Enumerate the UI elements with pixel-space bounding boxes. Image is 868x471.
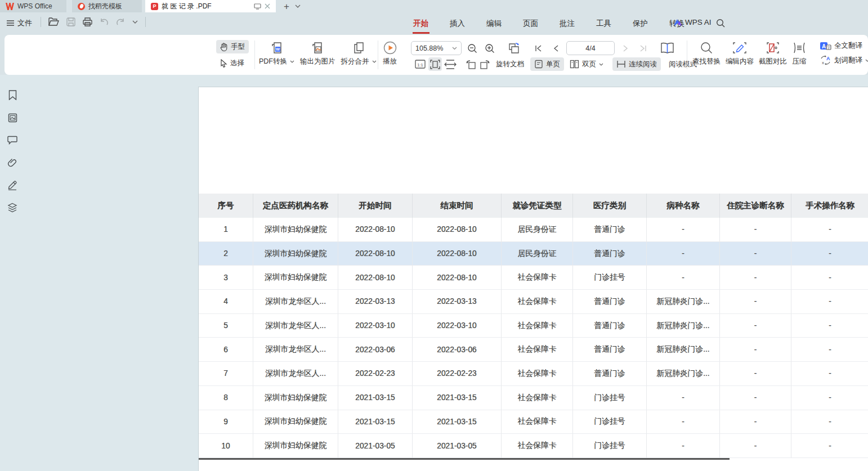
tab-docer-templates[interactable]: 找稻壳模板 — [72, 0, 142, 12]
pdf-page[interactable]: 序号定点医药机构名称开始时间结束时间就诊凭证类型医疗类别病种名称住院主诊断名称手… — [198, 87, 868, 471]
table-cell: 深圳市妇幼保健院 — [253, 386, 338, 410]
table-cell: 普通门诊 — [573, 290, 647, 314]
tab-wps-home[interactable]: WPS Office — [0, 0, 66, 12]
undo-icon[interactable] — [100, 18, 109, 26]
edit-content-label: 编辑内容 — [726, 57, 754, 66]
prev-page-button[interactable] — [549, 42, 562, 55]
table-cell: 居民身份证 — [502, 218, 573, 242]
file-menu-button[interactable]: 文件 — [7, 18, 32, 28]
wps-ai-button[interactable]: WPS AI — [673, 18, 712, 26]
search-icon[interactable] — [716, 19, 725, 28]
single-page-button[interactable]: 单页 — [530, 57, 564, 71]
find-replace-button[interactable]: 查找替换 — [692, 41, 721, 66]
menu-bar: 文件 开始 插入 编辑 页面 批注 工具 保护 转换 WPS AI — [0, 12, 868, 35]
rotate-left-button[interactable] — [463, 57, 477, 71]
export-image-button[interactable]: 输出为图片 — [300, 41, 335, 66]
table-cell: 深圳市妇幼保健院 — [253, 266, 338, 290]
table-row[interactable]: 10深圳市妇幼保健院2021-03-052021-03-05社会保障卡门诊挂号-… — [199, 434, 868, 458]
comment-icon[interactable] — [7, 135, 17, 145]
redo-icon[interactable] — [116, 18, 125, 26]
table-cell: - — [647, 386, 720, 410]
split-merge-label: 拆分合并 — [341, 57, 369, 66]
table-body: 1深圳市妇幼保健院2022-08-102022-08-10居民身份证普通门诊--… — [199, 218, 868, 458]
table-row[interactable]: 9深圳市妇幼保健院2021-03-152021-03-15社会保障卡门诊挂号--… — [199, 410, 868, 434]
fit-page-button[interactable] — [428, 57, 442, 71]
first-page-button[interactable] — [531, 42, 545, 55]
quick-access-chevron-icon[interactable] — [132, 20, 138, 24]
edit-content-button[interactable]: 编辑内容 — [726, 41, 754, 66]
table-cell: 2022-02-23 — [413, 362, 502, 386]
tab-document[interactable]: P 就 医 记 录 .PDF — [145, 0, 276, 12]
print-icon[interactable] — [83, 17, 92, 26]
table-cell: - — [720, 314, 791, 338]
table-row[interactable]: 8深圳市妇幼保健院2021-03-152021-03-15社会保障卡门诊挂号--… — [199, 386, 868, 410]
table-row[interactable]: 7深圳市龙华区人...2022-02-232022-02-23社会保障卡普通门诊… — [199, 362, 868, 386]
table-cell: 7 — [199, 362, 253, 386]
wps-logo-icon — [6, 3, 14, 10]
export-image-label: 输出为图片 — [300, 57, 335, 66]
zoom-level-select[interactable]: 105.88% — [411, 41, 462, 55]
zoom-in-button[interactable] — [483, 42, 496, 55]
pdf-convert-button[interactable]: W PDF转换 — [259, 41, 294, 66]
table-cell: 社会保障卡 — [502, 362, 573, 386]
tab-home[interactable]: 开始 — [412, 19, 429, 29]
tab-insert[interactable]: 插入 — [449, 19, 466, 29]
tab-tools[interactable]: 工具 — [595, 19, 612, 29]
table-cell: 普通门诊 — [573, 314, 647, 338]
last-page-button[interactable] — [636, 42, 650, 55]
tab-comment[interactable]: 批注 — [558, 19, 576, 29]
zoom-out-button[interactable] — [466, 42, 479, 55]
double-page-button[interactable]: 双页 — [566, 57, 607, 71]
table-row[interactable]: 2深圳市妇幼保健院2022-08-102022-08-10居民身份证普通门诊--… — [199, 242, 868, 266]
thumbnail-icon[interactable] — [7, 113, 17, 123]
table-cell: 2022-08-10 — [338, 242, 413, 266]
table-cell: 2022-03-13 — [338, 290, 413, 314]
split-merge-button[interactable]: 拆分合并 — [341, 41, 377, 66]
table-row[interactable]: 3深圳市妇幼保健院2022-08-102022-08-10社会保障卡门诊挂号--… — [199, 266, 868, 290]
table-cell: 3 — [199, 266, 253, 290]
tab-edit[interactable]: 编辑 — [485, 19, 503, 29]
table-row[interactable]: 6深圳市龙华区人...2022-03-062022-03-06社会保障卡普通门诊… — [199, 338, 868, 362]
save-icon[interactable] — [66, 17, 75, 26]
svg-text:x: x — [822, 60, 824, 65]
select-tool-button[interactable]: 选择 — [216, 56, 249, 70]
tab-page[interactable]: 页面 — [522, 19, 539, 29]
play-button[interactable]: 播放 — [383, 41, 397, 66]
word-translate-button[interactable]: xA 划词翻译 — [820, 55, 868, 65]
close-tab-icon[interactable] — [265, 3, 270, 9]
table-row[interactable]: 1深圳市妇幼保健院2022-08-102022-08-10居民身份证普通门诊--… — [199, 218, 868, 242]
full-translate-button[interactable]: A字 全文翻译 — [820, 41, 868, 51]
fit-width-button[interactable] — [444, 57, 457, 71]
table-cell: 2022-03-06 — [413, 338, 502, 362]
attachment-icon[interactable] — [7, 158, 17, 168]
signature-icon[interactable] — [7, 180, 17, 190]
monitor-icon[interactable] — [254, 3, 261, 10]
rotate-doc-label[interactable]: 旋转文档 — [496, 60, 524, 69]
page-number-input[interactable] — [566, 41, 615, 55]
wps-ai-label: WPS AI — [685, 18, 712, 26]
screenshot-compare-button[interactable]: 截图对比 — [759, 41, 787, 66]
zoom-level-value: 105.88% — [415, 44, 443, 52]
actual-size-button[interactable]: 1:1 — [413, 57, 427, 71]
open-file-icon[interactable] — [48, 17, 59, 26]
new-tab-button[interactable]: + — [284, 2, 289, 11]
hamburger-icon — [7, 20, 14, 26]
table-row[interactable]: 4深圳市龙华区人...2022-03-132022-03-13社会保障卡普通门诊… — [199, 290, 868, 314]
rotate-pages-button[interactable] — [507, 42, 521, 55]
table-cell: - — [720, 218, 791, 242]
hand-tool-label: 手型 — [231, 42, 245, 52]
tab-protect[interactable]: 保护 — [632, 19, 649, 29]
bookmark-icon[interactable] — [7, 90, 17, 100]
compress-button[interactable]: 压缩 — [792, 41, 807, 66]
layers-icon[interactable] — [7, 203, 17, 213]
wps-ai-icon — [673, 19, 682, 26]
rotate-right-button[interactable] — [478, 57, 492, 71]
table-cell: - — [720, 410, 791, 434]
next-page-button[interactable] — [619, 42, 632, 55]
tab-list-chevron-icon[interactable] — [295, 5, 301, 8]
table-cell: - — [791, 338, 868, 362]
continuous-read-button[interactable]: 连续阅读 — [612, 57, 661, 71]
hand-tool-button[interactable]: 手型 — [216, 40, 249, 53]
continuous-read-icon — [616, 60, 626, 68]
table-row[interactable]: 5深圳市龙华区人...2022-03-102022-03-10社会保障卡普通门诊… — [199, 314, 868, 338]
